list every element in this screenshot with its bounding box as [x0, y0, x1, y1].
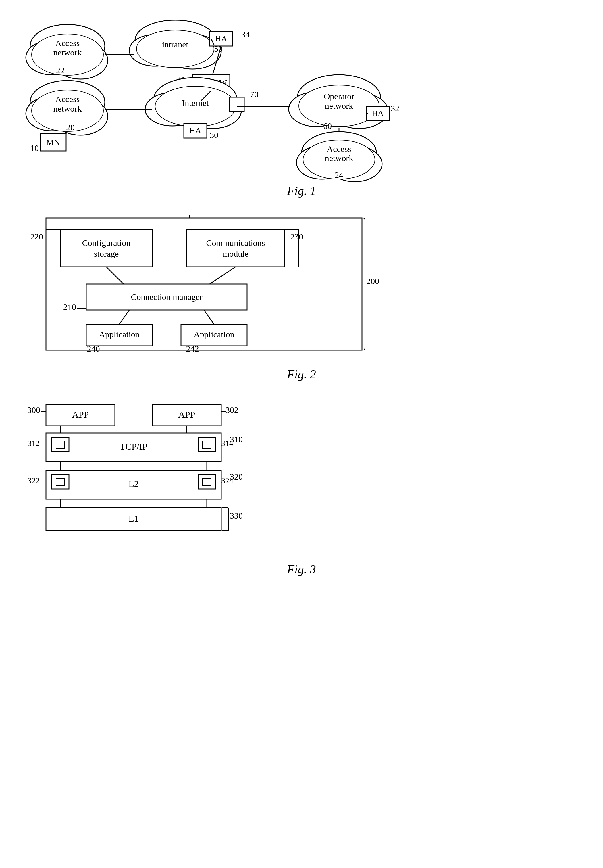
svg-rect-76 [187, 229, 284, 267]
fig3-title: Fig. 3 [23, 563, 580, 576]
fig1-svg: Access network 22 intranet HA 34 50 VPN … [23, 17, 598, 184]
fig1-diagram: Access network 22 intranet HA 34 50 VPN … [23, 17, 580, 184]
svg-text:Communications: Communications [206, 238, 265, 248]
svg-text:324: 324 [221, 476, 233, 485]
svg-text:230: 230 [290, 232, 303, 241]
svg-rect-35 [229, 97, 244, 112]
svg-text:MN: MN [46, 138, 60, 147]
fig3-svg: APP 300 APP 302 TCP/IP 310 312 314 [23, 398, 339, 554]
svg-text:HA: HA [372, 108, 384, 118]
svg-text:300: 300 [27, 405, 40, 415]
fig2-diagram: 200 Configuration storage 220 Communicat… [23, 215, 580, 364]
svg-text:APP: APP [72, 409, 89, 420]
svg-text:Connection manager: Connection manager [131, 292, 202, 302]
svg-text:storage: storage [94, 249, 119, 259]
svg-text:210: 210 [63, 302, 76, 312]
fig2-title: Fig. 2 [23, 367, 580, 381]
svg-rect-123 [203, 478, 211, 486]
svg-text:L2: L2 [128, 479, 139, 489]
page: Access network 22 intranet HA 34 50 VPN … [0, 0, 603, 868]
svg-text:220: 220 [30, 232, 43, 241]
svg-text:network: network [53, 48, 82, 57]
fig3-diagram: APP 300 APP 302 TCP/IP 310 312 314 [23, 398, 580, 560]
svg-text:10: 10 [30, 143, 39, 153]
svg-text:Operator: Operator [324, 91, 354, 101]
svg-text:network: network [53, 104, 82, 113]
svg-text:70: 70 [250, 90, 258, 99]
svg-text:Application: Application [193, 330, 234, 339]
svg-text:APP: APP [178, 409, 195, 420]
svg-text:330: 330 [230, 511, 243, 521]
svg-text:Access: Access [56, 94, 80, 104]
svg-text:302: 302 [226, 405, 238, 415]
svg-text:Internet: Internet [182, 98, 209, 107]
fig2-svg: 200 Configuration storage 220 Communicat… [23, 215, 425, 359]
svg-text:network: network [325, 101, 353, 110]
svg-text:Access: Access [327, 144, 351, 153]
svg-text:network: network [325, 153, 353, 163]
svg-text:L1: L1 [128, 513, 139, 524]
svg-text:200: 200 [366, 276, 379, 286]
svg-text:240: 240 [87, 344, 100, 353]
svg-text:50: 50 [214, 44, 223, 53]
svg-text:Configuration: Configuration [82, 238, 130, 248]
svg-text:22: 22 [56, 65, 65, 75]
svg-text:32: 32 [391, 104, 399, 113]
svg-text:60: 60 [323, 121, 332, 130]
fig1-title: Fig. 1 [23, 184, 580, 198]
svg-text:Access: Access [56, 38, 80, 48]
svg-text:24: 24 [335, 170, 343, 180]
svg-rect-114 [203, 441, 211, 448]
svg-text:HA: HA [190, 126, 201, 135]
svg-text:322: 322 [28, 476, 40, 485]
svg-text:HA: HA [215, 34, 227, 43]
svg-text:TCP/IP: TCP/IP [120, 441, 147, 452]
svg-text:Application: Application [99, 330, 140, 339]
svg-text:242: 242 [186, 344, 199, 353]
svg-text:module: module [223, 249, 249, 259]
svg-text:314: 314 [221, 439, 233, 448]
svg-text:intranet: intranet [162, 40, 189, 49]
svg-text:312: 312 [28, 439, 40, 448]
svg-rect-111 [56, 441, 65, 448]
svg-rect-69 [60, 229, 152, 267]
svg-text:34: 34 [241, 29, 250, 39]
svg-text:30: 30 [210, 130, 218, 140]
svg-text:20: 20 [66, 122, 75, 132]
svg-rect-120 [56, 478, 65, 486]
